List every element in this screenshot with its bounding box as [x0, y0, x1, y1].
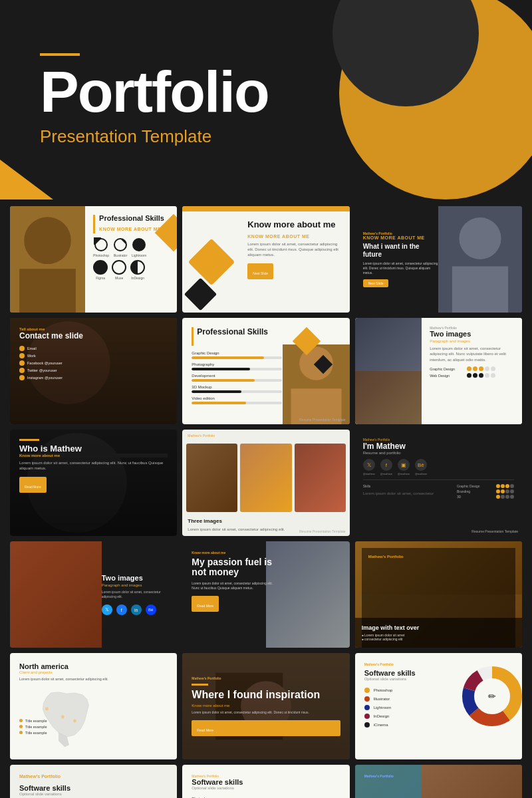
three-img-template-label: Resume Presentation Template — [299, 529, 346, 533]
inspiration-btn-label: Read More — [197, 728, 213, 732]
skill-label-lightroom: Lightroom — [132, 253, 146, 257]
mathew-skills-cols: Skills Lorem ipsum dolor sit amet, conse… — [363, 484, 514, 499]
row6-software2-heading: Software skills — [19, 784, 168, 792]
slide-two-images-dark[interactable]: Two images Paragraph and images Lorem ip… — [10, 541, 177, 648]
slide-portfolio-label[interactable]: Mathew's Portfolio Software skills Optio… — [10, 765, 177, 798]
svg-text:✏: ✏ — [488, 691, 496, 702]
fb-icon: f — [116, 604, 127, 615]
skill-graphic-track — [192, 356, 281, 359]
twitter-handle: @mathew — [363, 472, 375, 475]
mathew-skill-branding-label: Branding — [457, 489, 493, 493]
sw-lightroom-dot — [364, 705, 370, 710]
skill-bar-3d: 3D Mockup — [192, 385, 281, 393]
mathew-skill-graphic: Graphic Design — [457, 484, 514, 488]
inspiration-btn[interactable]: Read More — [192, 720, 340, 736]
slide-three-images[interactable]: Mathew's Portfolio Three images Lorem ip… — [182, 430, 349, 536]
skill-bar-video: Video edition — [192, 396, 281, 404]
slides-grid: Professional Skills Know more about me P… — [0, 200, 532, 798]
who-read-more-label: Read More — [25, 485, 41, 489]
who-read-more-btn[interactable]: Read More — [19, 477, 47, 493]
b-dot3 — [505, 489, 509, 493]
skill-bar-dev: Development — [192, 374, 281, 382]
skill-video-fill — [192, 402, 245, 404]
skill-circles-row2: Figma Muse InDesign — [93, 260, 169, 280]
skill-photoshop: Photoshop — [93, 237, 109, 257]
two-img2-body: Lorem ipsum dolor sit amet, consectetur … — [102, 590, 170, 599]
skill-dots-web — [467, 373, 495, 378]
header-accent-line — [40, 53, 80, 56]
slide-who-is-mathew[interactable]: Who is Mathew Know more about me Lorem i… — [10, 430, 177, 536]
behance-handle: @mathew — [415, 472, 427, 475]
header-title: Portfolio — [40, 63, 269, 121]
slide-im-mathew[interactable]: Mathew's Portfolio I'm Mathew Resume and… — [355, 430, 522, 536]
header-content: Portfolio Presentation Template — [40, 53, 269, 147]
instagram-handle: @mathew — [398, 472, 410, 475]
slide-prof-skills[interactable]: Professional Skills Know more about me P… — [10, 206, 177, 313]
skill-video-track — [192, 402, 281, 404]
north-subtitle: Client and projects — [19, 670, 168, 674]
slide-software-skills[interactable]: Mathew's Portfolio Software skills Optio… — [355, 653, 522, 759]
who-body: Lorem ipsum dolor sit amet, consectetur … — [19, 460, 168, 471]
software2-subtitle: Optional slide variations — [192, 786, 340, 790]
teal-portfolio-label: Mathew's Portfolio — [364, 774, 513, 778]
skill-circles-row1: Photoshop Illustrator Lightroom — [93, 237, 169, 257]
email-label: Email — [27, 346, 37, 350]
slide-passion[interactable]: Know more about me My passion fuel is no… — [182, 541, 349, 648]
accent-bar — [93, 215, 95, 233]
passion-btn[interactable]: Read More — [192, 596, 219, 612]
facebook-handle: @mathew — [380, 472, 392, 475]
tw-icon: 𝕏 — [102, 604, 112, 615]
donut-svg: ✏ — [462, 666, 522, 726]
next-slide-btn[interactable]: Next Slide — [247, 263, 273, 279]
web-dot1 — [467, 373, 471, 378]
dot3 — [479, 366, 483, 371]
north-title: North america — [19, 662, 168, 670]
prof-skills-image — [10, 206, 85, 313]
instagram-label: Instagram @youruser — [27, 376, 63, 380]
3d-dot2 — [501, 495, 505, 499]
skill-photo-label: Photography — [192, 362, 281, 366]
future-body: Lorem ipsum dolor sit amet, consectetur … — [363, 261, 439, 275]
b-dot2 — [501, 489, 505, 493]
slide-prof2[interactable]: Professional Skills Graphic Design Photo… — [182, 318, 349, 424]
g-dot2 — [501, 484, 505, 488]
north-america-map-svg — [17, 689, 117, 753]
slide-future[interactable]: Mathew's Portfolio Know more about me Wh… — [355, 206, 522, 313]
teal-content: Mathew's Portfolio — [355, 765, 522, 787]
slide-north-america[interactable]: North america Client and projects Lorem … — [10, 653, 177, 759]
slide-software2[interactable]: Mathew's Portfolio Software skills Optio… — [182, 765, 349, 798]
be-icon: Bē — [146, 604, 156, 615]
who-subtitle: Know more about me — [19, 454, 168, 458]
contact-facebook: Facebook @youruser — [19, 360, 168, 366]
social-twitter: 𝕏 @mathew — [363, 459, 375, 475]
contact-title: Contact me slide — [19, 331, 168, 340]
facebook-label: Facebook @youruser — [27, 361, 63, 365]
slide-teal-photo[interactable]: Mathew's Portfolio — [355, 765, 522, 798]
skill-figma: Figma — [93, 260, 108, 280]
prof2-person-image — [283, 344, 350, 424]
prof2-accent-bar — [192, 327, 194, 346]
mathew-skills-left: Skills Lorem ipsum dolor sit amet, conse… — [363, 484, 434, 499]
email-icon — [19, 346, 25, 351]
know-more-subtitle: Know more about me — [247, 234, 342, 239]
skill-lightroom: Lightroom — [132, 237, 146, 257]
know-more-inner: Know more about me Know more about me Lo… — [182, 211, 349, 313]
future-btn[interactable]: Next Slide — [363, 279, 389, 287]
skill-label-muse: Muse — [115, 276, 123, 280]
slide-where-inspiration[interactable]: Mathew's Portfolio Where I found inspira… — [182, 653, 349, 759]
social-facebook: f @mathew — [380, 459, 392, 475]
slide-image-text-over[interactable]: Mathew's Portfolio Image with text over … — [355, 541, 522, 648]
contact-twitter: Twitter @youruser — [19, 368, 168, 373]
sw-icinema-dot — [364, 722, 370, 728]
slide-know-more[interactable]: Know more about me Know more about me Lo… — [182, 206, 349, 313]
slide-contact[interactable]: Tell about me Contact me slide Email Wor… — [10, 318, 177, 424]
web-dot5 — [491, 373, 495, 378]
know-more-top-bar — [182, 206, 349, 211]
skill-illustrator: Illustrator — [113, 237, 128, 257]
slide-two-images[interactable]: Mathew's Portfolio Two images Paragraph … — [355, 318, 522, 424]
svg-point-3 — [45, 708, 49, 711]
three-img-3 — [295, 444, 346, 512]
skill-3d-fill — [192, 390, 241, 393]
sw-indesign-dot — [364, 714, 370, 719]
north-body: Lorem ipsum dolor sit amet, consectetur … — [19, 677, 168, 682]
